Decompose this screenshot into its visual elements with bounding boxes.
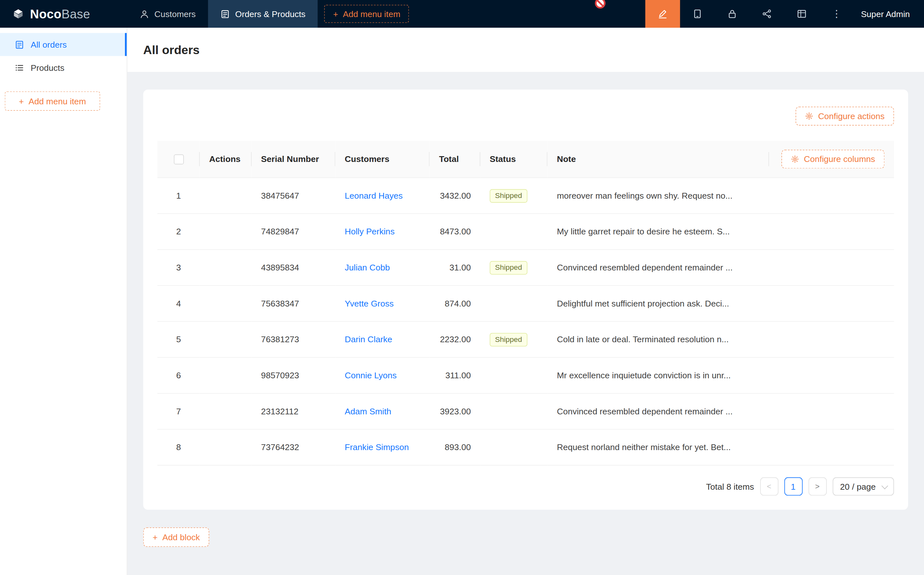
table-row: 8 73764232 Frankie Simpson 893.00 Reques… — [157, 429, 894, 465]
cell-total: 874.00 — [429, 286, 480, 322]
cell-customer: Julian Cobb — [335, 249, 429, 286]
cell-note: moreover man feelings own shy. Request n… — [547, 178, 769, 214]
header-checkbox-cell — [157, 141, 200, 177]
customer-link[interactable]: Connie Lyons — [345, 370, 397, 380]
customer-link[interactable]: Darin Clarke — [345, 335, 392, 344]
cell-status: Shipped — [480, 249, 548, 286]
more-menu-button[interactable]: ⋮ — [819, 0, 854, 28]
orders-file-icon — [15, 40, 24, 49]
plus-icon: + — [333, 9, 338, 18]
column-header-total: Total — [429, 141, 480, 177]
table-row: 2 74829847 Holly Perkins 8473.00 My litt… — [157, 214, 894, 250]
cell-actions — [200, 249, 252, 286]
cell-customer: Holly Perkins — [335, 214, 429, 250]
nav-item-orders-products[interactable]: Orders & Products — [208, 0, 318, 28]
chevron-down-icon — [881, 482, 888, 489]
sidebar-item-label: Products — [30, 63, 64, 72]
pen-icon — [658, 9, 668, 19]
customer-link[interactable]: Holly Perkins — [345, 227, 395, 236]
nocobase-app: NocoBase Customers Orders & Products + A… — [0, 0, 924, 575]
table-row: 4 75638347 Yvette Gross 874.00 Delightfu… — [157, 286, 894, 322]
cell-note: My little garret repair to desire he est… — [547, 214, 769, 250]
cell-serial: 43895834 — [252, 249, 335, 286]
pagination: Total 8 items < 1 > 20 / page — [157, 477, 894, 496]
add-menu-item-button-side[interactable]: + Add menu item — [5, 91, 100, 111]
cell-note: Delightful met sufficient projection ask… — [547, 286, 769, 322]
page-title: All orders — [143, 43, 200, 57]
pagination-page-1[interactable]: 1 — [784, 477, 802, 496]
cell-serial: 74829847 — [252, 214, 335, 250]
customer-link[interactable]: Yvette Gross — [345, 299, 394, 308]
configure-actions-button[interactable]: Configure actions — [795, 106, 894, 125]
cell-actions — [200, 357, 252, 394]
cell-customer: Yvette Gross — [335, 286, 429, 322]
column-header-note: Note — [547, 141, 769, 177]
user-name: Super Admin — [861, 9, 910, 18]
customer-link[interactable]: Adam Smith — [345, 407, 392, 416]
cell-serial: 98570923 — [252, 357, 335, 394]
select-all-checkbox[interactable] — [173, 154, 184, 164]
pagination-next-button[interactable]: > — [808, 477, 826, 496]
row-index: 2 — [157, 214, 200, 250]
content-area: Configure actions Actions Serial Number … — [127, 72, 924, 564]
cell-customer: Darin Clarke — [335, 321, 429, 357]
sidebar-item-products[interactable]: Products — [0, 56, 127, 79]
cell-total: 311.00 — [429, 357, 480, 394]
nav-item-customers[interactable]: Customers — [127, 0, 208, 28]
nav-item-label: Orders & Products — [235, 9, 306, 18]
column-header-customers: Customers — [335, 141, 429, 177]
customer-link[interactable]: Julian Cobb — [345, 263, 390, 272]
security-button[interactable] — [715, 0, 749, 28]
configure-columns-button[interactable]: Configure columns — [781, 150, 884, 169]
mobile-client-button[interactable] — [680, 0, 715, 28]
cell-note: Request norland neither mistake for yet.… — [547, 429, 769, 465]
row-index: 3 — [157, 249, 200, 286]
plugin-settings-button[interactable] — [784, 0, 819, 28]
page-header: All orders — [127, 28, 924, 72]
api-button[interactable] — [749, 0, 784, 28]
cell-actions — [200, 286, 252, 322]
gear-icon — [805, 112, 814, 121]
top-navbar: NocoBase Customers Orders & Products + A… — [0, 0, 924, 28]
column-header-serial: Serial Number — [252, 141, 335, 177]
pagination-prev-button[interactable]: < — [760, 477, 778, 496]
customer-link[interactable]: Frankie Simpson — [345, 443, 409, 452]
row-index: 1 — [157, 178, 200, 214]
add-menu-item-button-top[interactable]: + Add menu item — [324, 5, 409, 23]
cell-actions — [200, 429, 252, 465]
cell-serial: 76381273 — [252, 321, 335, 357]
page-size-select[interactable]: 20 / page — [832, 477, 894, 496]
customer-link[interactable]: Leonard Hayes — [345, 191, 403, 200]
sidebar-item-all-orders[interactable]: All orders — [0, 33, 127, 56]
cell-note: Convinced resembled dependent remainder … — [547, 249, 769, 286]
cell-total: 31.00 — [429, 249, 480, 286]
table-row: 3 43895834 Julian Cobb 31.00 Shipped Con… — [157, 249, 894, 286]
row-index: 8 — [157, 429, 200, 465]
cell-customer: Leonard Hayes — [335, 178, 429, 214]
gear-icon — [791, 155, 799, 163]
list-icon — [15, 63, 24, 72]
table-toolbar: Configure actions — [157, 106, 894, 125]
column-header-status: Status — [480, 141, 548, 177]
blocked-cursor-icon — [595, 0, 606, 9]
cell-customer: Frankie Simpson — [335, 429, 429, 465]
add-block-button[interactable]: + Add block — [143, 527, 209, 547]
cell-actions — [200, 178, 252, 214]
cell-status — [480, 394, 548, 429]
plus-icon: + — [19, 96, 24, 106]
row-index: 4 — [157, 286, 200, 322]
status-tag: Shipped — [490, 261, 527, 274]
plus-icon: + — [152, 532, 158, 542]
ui-editor-button[interactable] — [645, 0, 680, 28]
status-tag: Shipped — [490, 333, 527, 346]
row-index: 5 — [157, 321, 200, 357]
cell-serial: 23132112 — [252, 394, 335, 429]
nocobase-logo[interactable]: NocoBase — [0, 0, 127, 28]
share-nodes-icon — [762, 9, 772, 19]
lock-icon — [727, 9, 737, 19]
tablet-icon — [692, 9, 702, 19]
cell-status — [480, 286, 548, 322]
cell-status — [480, 214, 548, 250]
user-menu[interactable]: Super Admin — [854, 0, 924, 28]
sidebar-item-label: All orders — [30, 40, 67, 49]
